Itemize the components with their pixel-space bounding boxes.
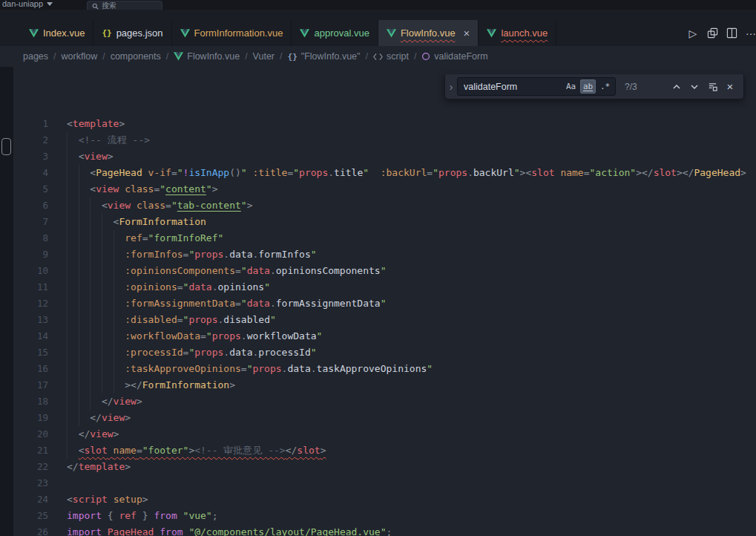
code-token[interactable]: opinions	[218, 281, 265, 292]
code-token[interactable]: =	[177, 314, 183, 325]
code-token[interactable]: .	[270, 298, 276, 309]
line-number[interactable]: 3	[13, 148, 48, 165]
code-token[interactable]: >	[125, 461, 131, 472]
line-number[interactable]: 17	[13, 377, 48, 393]
whole-word-toggle[interactable]: ab	[580, 79, 596, 94]
code-token[interactable]: :taskApproveOpinions	[125, 363, 241, 374]
code-token[interactable]	[131, 200, 137, 211]
code-line[interactable]: 18</view>	[13, 393, 756, 410]
code-token[interactable]: props	[438, 167, 467, 178]
code-content[interactable]: </view>	[48, 410, 131, 426]
code-token[interactable]: "	[293, 167, 299, 178]
code-token[interactable]: =	[427, 167, 433, 178]
code-token[interactable]: import	[67, 526, 102, 536]
line-number[interactable]: 26	[13, 524, 48, 536]
code-token[interactable]: name	[114, 445, 137, 456]
code-token[interactable]: "	[311, 347, 317, 358]
code-token[interactable]: "@/components/layout/PageHead.vue"	[188, 526, 386, 536]
code-token[interactable]	[102, 526, 108, 536]
code-token[interactable]: "	[206, 330, 212, 341]
code-token[interactable]: ref	[125, 232, 142, 244]
code-token[interactable]: props	[194, 347, 223, 358]
code-line[interactable]: 7<FormInformation	[13, 214, 756, 230]
code-token[interactable]: .	[223, 347, 229, 358]
code-token[interactable]: .	[241, 330, 247, 341]
code-token[interactable]: =	[235, 298, 241, 309]
line-number[interactable]: 21	[13, 442, 48, 459]
code-token[interactable]: tab-content	[177, 200, 241, 211]
code-line[interactable]: 23	[13, 475, 756, 491]
code-token[interactable]: slot	[531, 167, 554, 178]
code-token[interactable]: "	[206, 183, 212, 195]
close-button[interactable]: ×	[721, 78, 739, 96]
code-token[interactable]: >	[740, 167, 746, 178]
code-token[interactable]: =	[177, 281, 183, 292]
code-token[interactable]: </	[102, 396, 114, 407]
code-token[interactable]: "	[317, 330, 323, 341]
side-strip[interactable]	[0, 67, 13, 536]
code-content[interactable]: <template>	[48, 116, 125, 132]
code-content[interactable]: :disabled="props.disabled"	[48, 312, 276, 328]
code-token[interactable]: ;	[387, 526, 392, 536]
code-token[interactable]: "	[427, 363, 433, 374]
line-number[interactable]: 25	[13, 508, 48, 524]
code-token[interactable]: <	[90, 183, 96, 195]
code-token[interactable]: :opinions	[125, 281, 177, 292]
run-icon[interactable]: ▷	[683, 24, 703, 43]
code-content[interactable]: ref="formInfoRef"	[48, 230, 223, 246]
code-content[interactable]: :opinions="data.opinions"	[48, 279, 270, 295]
code-token[interactable]: "	[433, 167, 438, 178]
code-token[interactable]: .	[328, 167, 334, 178]
code-token[interactable]: import	[67, 510, 102, 521]
code-token[interactable]: >	[229, 379, 235, 390]
code-content[interactable]: :opinionsComponents="data.opinionsCompon…	[48, 263, 387, 279]
code-token[interactable]: ></	[636, 167, 653, 178]
code-token[interactable]: "	[311, 249, 317, 260]
regex-toggle[interactable]: .*	[597, 79, 613, 94]
code-token[interactable]: setup	[114, 494, 142, 505]
code-token[interactable]: </	[286, 445, 298, 456]
code-content[interactable]: <!-- 流程 -->	[48, 132, 150, 148]
code-content[interactable]: import { ref } from "vue";	[48, 508, 218, 524]
code-token[interactable]: "action"	[590, 167, 637, 178]
code-token[interactable]: data	[229, 347, 252, 358]
line-number[interactable]: 7	[13, 214, 48, 230]
code-content[interactable]: :processId="props.data.processId"	[48, 344, 317, 361]
code-content[interactable]: <FormInformation	[48, 214, 206, 230]
line-number[interactable]: 12	[13, 295, 48, 312]
code-token[interactable]: >	[114, 428, 119, 439]
open-changes-icon[interactable]	[703, 24, 722, 43]
code-token[interactable]: >	[321, 445, 326, 456]
tab-FormInformation.vue[interactable]: FormInformation.vue	[172, 20, 292, 46]
code-token[interactable]: >	[142, 494, 148, 505]
code-line[interactable]: 24<script setup>	[13, 491, 756, 508]
code-token[interactable]: "	[381, 298, 387, 309]
code-token[interactable]: data	[188, 281, 211, 292]
code-line[interactable]: 9:formInfos="props.data.formInfos"	[13, 246, 756, 263]
line-number[interactable]: 8	[13, 230, 48, 246]
code-content[interactable]: :taskApproveOpinions="props.data.taskApp…	[48, 361, 433, 377]
line-number[interactable]: 4	[13, 165, 48, 181]
code-token[interactable]	[137, 510, 142, 521]
line-number[interactable]: 9	[13, 246, 48, 263]
code-line[interactable]: 21<slot name="footer"><!-- 审批意见 --></slo…	[13, 442, 756, 459]
code-line[interactable]: 1<template>	[13, 116, 756, 132]
code-token[interactable]: ()	[229, 167, 241, 178]
code-token[interactable]: "	[241, 167, 247, 178]
code-token[interactable]: "	[241, 200, 247, 211]
code-token[interactable]: <	[67, 118, 73, 129]
code-line[interactable]: 10:opinionsComponents="data.opinionsComp…	[13, 263, 756, 279]
code-token[interactable]: view	[90, 428, 113, 439]
code-line[interactable]: 17></FormInformation>	[13, 377, 756, 393]
code-content[interactable]: <view>	[48, 148, 114, 165]
line-number[interactable]: 14	[13, 328, 48, 344]
code-token[interactable]: data	[229, 249, 252, 260]
code-content[interactable]: :formInfos="props.data.formInfos"	[48, 246, 317, 263]
find-input-box[interactable]: Aa ab .*	[457, 77, 616, 96]
code-content[interactable]: <script setup>	[48, 491, 148, 508]
line-number[interactable]: 2	[13, 132, 48, 148]
code-token[interactable]: :backUrl	[381, 167, 427, 178]
code-line[interactable]: 22</template>	[13, 459, 756, 475]
code-token[interactable]: opinionsComponents	[276, 265, 381, 276]
code-token[interactable]: >	[212, 183, 218, 195]
